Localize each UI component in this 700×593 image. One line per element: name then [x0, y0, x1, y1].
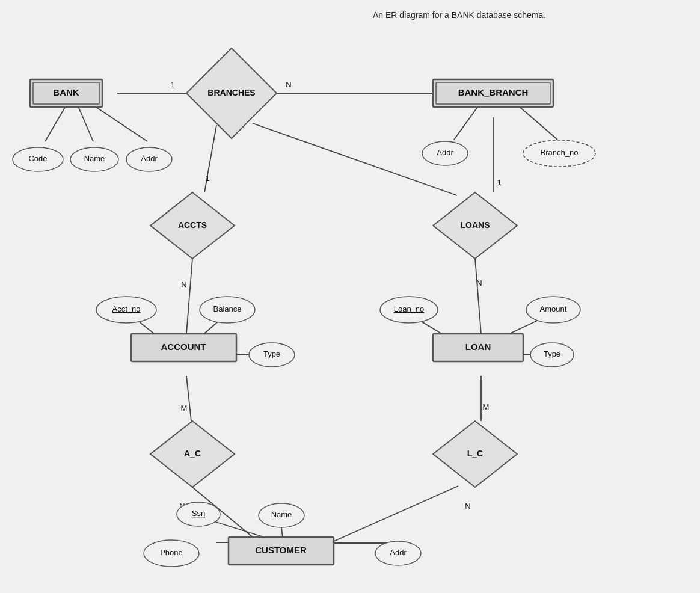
account-entity-label: ACCOUNT	[161, 342, 206, 352]
cust-phone-label: Phone	[160, 548, 183, 557]
bank-entity-label: BANK	[53, 87, 79, 97]
loan-entity-label: LOAN	[465, 342, 491, 352]
cust-name-label: Name	[271, 510, 292, 519]
accts-relation-label: ACCTS	[178, 220, 207, 230]
svg-line-11	[45, 105, 66, 141]
bb-branchno-label: Branch_no	[541, 148, 579, 157]
card-accts-account: N	[181, 280, 186, 289]
svg-line-14	[454, 102, 481, 140]
svg-line-10	[334, 486, 458, 541]
branches-relation-label: BRANCHES	[207, 88, 255, 97]
balance-label: Balance	[213, 304, 242, 313]
bank-name-label: Name	[84, 154, 105, 163]
acct-no-label: Acct_no	[112, 304, 141, 313]
caption-text: An ER diagram for a BANK database schema…	[373, 10, 545, 20]
customer-entity-label: CUSTOMER	[255, 545, 307, 555]
svg-line-15	[514, 102, 557, 140]
card-bankbranch-loans: 1	[497, 178, 501, 187]
svg-line-12	[78, 106, 93, 141]
svg-line-7	[186, 376, 191, 421]
ac-relation-label: A_C	[184, 449, 201, 458]
card-account-ac: M	[181, 404, 188, 413]
card-branches-accts: 1	[205, 174, 209, 183]
card-loan-lc: M	[483, 402, 490, 411]
lc-relation-label: L_C	[467, 449, 483, 458]
bank-code-label: Code	[28, 154, 47, 163]
er-diagram: An ER diagram for a BANK database schema…	[0, 0, 700, 593]
cust-addr-label: Addr	[390, 548, 407, 557]
card-bank-branches: 1	[170, 80, 174, 89]
card-lc-customer: N	[465, 502, 470, 511]
card-loans-loan: N	[476, 278, 482, 287]
card-branches-bankbranch: N	[286, 80, 291, 89]
account-type-label: Type	[263, 349, 280, 358]
loan-type-label: Type	[544, 349, 560, 358]
bank-branch-entity-label: BANK_BRANCH	[458, 87, 529, 97]
loan-no-label: Loan_no	[394, 304, 425, 313]
svg-line-6	[475, 259, 481, 334]
bank-addr-label: Addr	[141, 154, 158, 163]
svg-line-5	[186, 259, 192, 334]
svg-line-13	[93, 105, 147, 141]
bb-addr-label: Addr	[437, 148, 453, 157]
ssn-label: Ssn	[192, 509, 205, 518]
amount-label: Amount	[540, 304, 567, 313]
loans-relation-label: LOANS	[461, 220, 490, 230]
